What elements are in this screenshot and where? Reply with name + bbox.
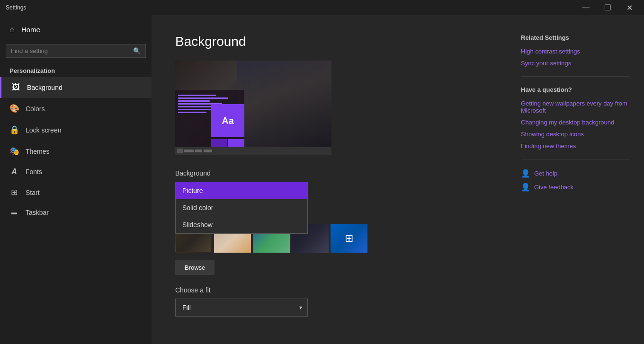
search-box[interactable]: 🔍 [6, 44, 146, 58]
background-section-label: Background [175, 169, 483, 177]
sidebar-item-label: Start [26, 189, 40, 196]
sidebar-item-start[interactable]: ⊞ Start [0, 182, 152, 203]
app-body: ⌂ Home 🔍 Personalization 🖼 Background 🎨 … [0, 15, 644, 344]
fit-select-wrapper: Fill Fit Stretch Tile Center Span ▾ [175, 299, 308, 317]
divider [521, 76, 630, 77]
minimize-button[interactable]: — [575, 0, 597, 15]
sidebar-item-label: Colors [26, 105, 45, 113]
desktop-icons-link[interactable]: Showing desktop icons [521, 131, 630, 138]
preview-line [178, 106, 213, 107]
home-icon: ⌂ [9, 25, 15, 35]
themes-icon: 🎭 [9, 146, 19, 156]
sync-settings-link[interactable]: Sync your settings [521, 60, 630, 67]
section-label: Personalization [0, 63, 152, 77]
preview-start-menu: Aa [175, 90, 244, 147]
sidebar-item-label: Fonts [26, 168, 42, 176]
dropdown-option-slideshow[interactable]: Slideshow [176, 216, 307, 233]
maximize-button[interactable]: ❐ [597, 0, 618, 15]
sidebar-item-taskbar[interactable]: ▬ Taskbar [0, 203, 152, 222]
preview-taskbar [175, 147, 331, 155]
window-controls: — ❐ ✕ [575, 0, 640, 15]
preview-taskbar-item [184, 150, 194, 152]
start-icon: ⊞ [9, 187, 19, 197]
preview-line [178, 100, 210, 102]
thumbnail-5[interactable]: ⊞ [331, 224, 367, 253]
new-themes-link[interactable]: Finding new themes [521, 142, 630, 150]
windows-logo-icon: ⊞ [345, 232, 353, 245]
sidebar-item-label: Taskbar [26, 209, 49, 216]
background-icon: 🖼 [11, 83, 20, 92]
main-content: Background A [152, 15, 511, 344]
fonts-icon: A [9, 168, 19, 176]
preview-taskbar-item [204, 150, 212, 152]
related-settings-title: Related Settings [521, 34, 630, 41]
get-help-item[interactable]: 👤 Get help [521, 169, 630, 178]
preview-taskbar-item [195, 150, 202, 152]
dropdown-option-picture[interactable]: Picture [176, 182, 307, 199]
get-help-icon: 👤 [521, 169, 530, 178]
sidebar: ⌂ Home 🔍 Personalization 🖼 Background 🎨 … [0, 15, 152, 344]
title-bar: Settings — ❐ ✕ [0, 0, 644, 15]
search-icon: 🔍 [133, 47, 141, 54]
sidebar-item-lock-screen[interactable]: 🔒 Lock screen [0, 119, 152, 141]
sidebar-item-colors[interactable]: 🎨 Colors [0, 98, 152, 119]
high-contrast-link[interactable]: High contrast settings [521, 48, 630, 55]
fit-label: Choose a fit [175, 286, 483, 294]
close-button[interactable]: ✕ [618, 0, 640, 15]
preview-line [178, 95, 216, 96]
sidebar-item-label: Themes [26, 148, 50, 155]
search-input[interactable] [11, 47, 133, 54]
background-dropdown-menu: Picture Solid color Slideshow [175, 182, 308, 234]
colors-icon: 🎨 [9, 104, 19, 114]
preview-line [178, 112, 206, 113]
dropdown-option-solid-color[interactable]: Solid color [176, 199, 307, 216]
right-panel: Related Settings High contrast settings … [511, 15, 644, 344]
wallpapers-link[interactable]: Getting new wallpapers every day from Mi… [521, 100, 630, 114]
preview-monitor: Aa [175, 61, 331, 155]
sidebar-item-home[interactable]: ⌂ Home [0, 19, 152, 40]
give-feedback-icon: 👤 [521, 183, 530, 192]
divider-2 [521, 159, 630, 159]
app-title: Settings [6, 4, 26, 11]
get-help-link[interactable]: Get help [534, 170, 557, 177]
sidebar-item-label: Background [27, 84, 63, 91]
preview-aa-tile: Aa [211, 104, 244, 137]
give-feedback-link[interactable]: Give feedback [534, 184, 573, 191]
give-feedback-item[interactable]: 👤 Give feedback [521, 183, 630, 192]
preview-purple-tiles [211, 139, 244, 147]
preview-line [178, 97, 228, 99]
taskbar-icon: ▬ [9, 209, 19, 216]
page-title: Background [175, 34, 483, 49]
sidebar-item-fonts[interactable]: A Fonts [0, 162, 152, 182]
sidebar-item-themes[interactable]: 🎭 Themes [0, 141, 152, 162]
have-a-question-title: Have a question? [521, 86, 630, 93]
preview-start-button [177, 149, 183, 153]
home-label: Home [21, 26, 40, 34]
sidebar-item-label: Lock screen [26, 126, 61, 134]
change-background-link[interactable]: Changing my desktop background [521, 119, 630, 126]
preview-background: Aa [175, 61, 331, 155]
browse-button[interactable]: Browse [175, 260, 215, 275]
sidebar-item-background[interactable]: 🖼 Background [0, 77, 152, 98]
fit-select[interactable]: Fill Fit Stretch Tile Center Span [175, 299, 308, 317]
lock-icon: 🔒 [9, 125, 19, 135]
